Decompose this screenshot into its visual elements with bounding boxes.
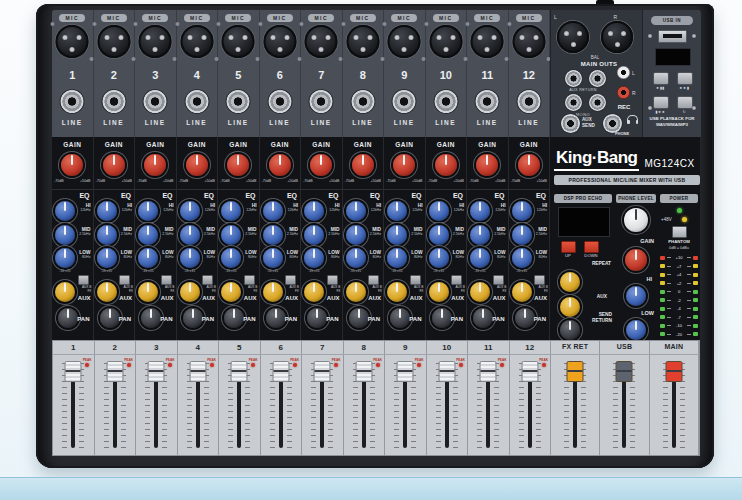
- channel-fader[interactable]: [311, 357, 333, 450]
- eq-low-knob[interactable]: [55, 248, 75, 268]
- rec-rca-right[interactable]: [617, 86, 630, 99]
- pan-knob[interactable]: [515, 308, 535, 328]
- eq-mid-knob[interactable]: [180, 225, 200, 245]
- eq-hi-knob[interactable]: [346, 201, 366, 221]
- fader-cap[interactable]: [148, 361, 165, 382]
- line-input-jack[interactable]: [144, 90, 167, 113]
- aux-return-jack-right[interactable]: [589, 94, 606, 111]
- pan-knob[interactable]: [473, 308, 493, 328]
- eq-low-knob[interactable]: [346, 248, 366, 268]
- channel-fader[interactable]: [394, 357, 416, 450]
- main-out-xlr-right[interactable]: [601, 21, 633, 53]
- aux-b-fx-switch[interactable]: [78, 275, 89, 285]
- pan-knob[interactable]: [390, 308, 410, 328]
- line-input-jack[interactable]: [310, 90, 333, 113]
- fader-cap[interactable]: [65, 361, 82, 382]
- fader-cap[interactable]: [665, 361, 682, 382]
- channel-fader[interactable]: [270, 357, 292, 450]
- eq-hi-knob[interactable]: [138, 201, 158, 221]
- aux-b-fx-switch[interactable]: [244, 275, 255, 285]
- fader-cap[interactable]: [355, 361, 372, 382]
- xlr-mic-input[interactable]: [512, 25, 545, 58]
- usb-port[interactable]: [658, 30, 687, 43]
- eq-mid-knob[interactable]: [346, 225, 366, 245]
- phone-level-knob[interactable]: [624, 208, 648, 232]
- fader-cap[interactable]: [438, 361, 455, 382]
- xlr-mic-input[interactable]: [346, 25, 379, 58]
- xlr-mic-input[interactable]: [97, 25, 130, 58]
- gain-knob[interactable]: [352, 154, 374, 176]
- main-out-jack-right[interactable]: [589, 70, 606, 87]
- aux-return-jack-left[interactable]: [565, 94, 582, 111]
- eq-mid-knob[interactable]: [304, 225, 324, 245]
- pan-knob[interactable]: [432, 308, 452, 328]
- line-input-jack[interactable]: [227, 90, 250, 113]
- repeat-mode-button[interactable]: [677, 96, 693, 109]
- line-input-jack[interactable]: [393, 90, 416, 113]
- eq-low-knob[interactable]: [263, 248, 283, 268]
- aux-knob[interactable]: [470, 282, 490, 302]
- fader-cap[interactable]: [189, 361, 206, 382]
- gain-knob[interactable]: [310, 154, 332, 176]
- eq-low-knob[interactable]: [221, 248, 241, 268]
- fader-cap[interactable]: [397, 361, 414, 382]
- next-track-button[interactable]: [677, 72, 693, 85]
- xlr-mic-input[interactable]: [139, 25, 172, 58]
- eq-mid-knob[interactable]: [55, 225, 75, 245]
- xlr-mic-input[interactable]: [471, 25, 504, 58]
- pan-knob[interactable]: [307, 308, 327, 328]
- aux-b-fx-switch[interactable]: [493, 275, 504, 285]
- master-fader[interactable]: [663, 357, 685, 450]
- eq-hi-knob[interactable]: [97, 201, 117, 221]
- pan-knob[interactable]: [183, 308, 203, 328]
- gain-knob[interactable]: [186, 154, 208, 176]
- eq-mid-knob[interactable]: [138, 225, 158, 245]
- eq-hi-knob[interactable]: [221, 201, 241, 221]
- dsp-aux-knob[interactable]: [560, 297, 580, 317]
- eq-hi-knob[interactable]: [55, 201, 75, 221]
- eq-hi-knob[interactable]: [470, 201, 490, 221]
- main-out-jack-left[interactable]: [565, 70, 582, 87]
- eq-low-knob[interactable]: [512, 248, 532, 268]
- fader-cap[interactable]: [231, 361, 248, 382]
- channel-fader[interactable]: [145, 357, 167, 450]
- prev-track-button[interactable]: [653, 96, 669, 109]
- gain-knob[interactable]: [103, 154, 125, 176]
- master-fader[interactable]: [613, 357, 635, 450]
- aux-knob[interactable]: [180, 282, 200, 302]
- channel-fader[interactable]: [187, 357, 209, 450]
- xlr-mic-input[interactable]: [222, 25, 255, 58]
- aux-knob[interactable]: [263, 282, 283, 302]
- eq-mid-knob[interactable]: [512, 225, 532, 245]
- eq-mid-knob[interactable]: [387, 225, 407, 245]
- channel-fader[interactable]: [353, 357, 375, 450]
- play-pause-button[interactable]: [653, 72, 669, 85]
- aux-b-fx-switch[interactable]: [368, 275, 379, 285]
- xlr-mic-input[interactable]: [388, 25, 421, 58]
- gain-knob[interactable]: [144, 154, 166, 176]
- aux-b-fx-switch[interactable]: [451, 275, 462, 285]
- eq-low-knob[interactable]: [180, 248, 200, 268]
- aux-knob[interactable]: [304, 282, 324, 302]
- eq-hi-knob[interactable]: [429, 201, 449, 221]
- xlr-mic-input[interactable]: [305, 25, 338, 58]
- aux-b-fx-switch[interactable]: [285, 275, 296, 285]
- main-out-xlr-left[interactable]: [557, 21, 589, 53]
- fader-cap[interactable]: [314, 361, 331, 382]
- line-input-jack[interactable]: [476, 90, 499, 113]
- xlr-mic-input[interactable]: [56, 25, 89, 58]
- eq-low-knob[interactable]: [138, 248, 158, 268]
- eq-mid-knob[interactable]: [429, 225, 449, 245]
- aux-knob[interactable]: [221, 282, 241, 302]
- eq-low-knob[interactable]: [97, 248, 117, 268]
- pan-knob[interactable]: [266, 308, 286, 328]
- channel-fader[interactable]: [477, 357, 499, 450]
- aux-b-fx-switch[interactable]: [534, 275, 545, 285]
- aux-knob[interactable]: [346, 282, 366, 302]
- fader-cap[interactable]: [106, 361, 123, 382]
- aux-b-fx-switch[interactable]: [161, 275, 172, 285]
- pan-knob[interactable]: [141, 308, 161, 328]
- pan-knob[interactable]: [58, 308, 78, 328]
- gain-knob[interactable]: [435, 154, 457, 176]
- eq-mid-knob[interactable]: [470, 225, 490, 245]
